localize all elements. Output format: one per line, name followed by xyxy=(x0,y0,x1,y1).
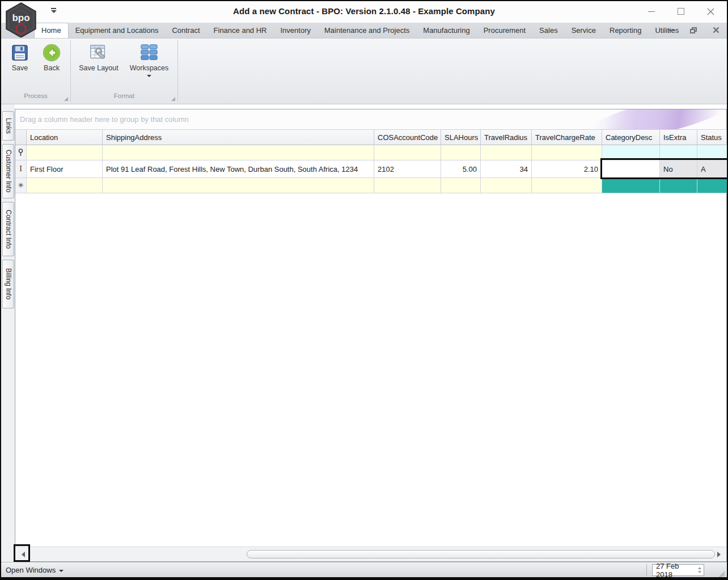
filter-cell-isextra[interactable] xyxy=(660,145,697,160)
ribbon-tab-reporting[interactable]: Reporting xyxy=(603,23,648,38)
decorative-swoosh xyxy=(556,109,726,130)
side-tab-links[interactable]: Links xyxy=(2,111,14,141)
minimize-button[interactable] xyxy=(645,6,658,17)
locations-grid: Drag a column header here to group by th… xyxy=(15,109,727,562)
column-header-cosaccountcode[interactable]: COSAccountCode xyxy=(374,130,441,145)
column-header-status[interactable]: Status xyxy=(697,130,727,145)
new-cell-location[interactable] xyxy=(27,178,103,193)
workspaces-button[interactable]: Workspaces xyxy=(124,41,174,77)
new-cell-shippingaddress[interactable] xyxy=(103,178,374,193)
date-value: 27 Feb 2018 xyxy=(653,562,696,579)
ribbon-group-process: Save Back Process xyxy=(1,39,70,104)
group-by-panel[interactable]: Drag a column header here to group by th… xyxy=(15,109,726,130)
cell-categorydesc[interactable] xyxy=(602,160,660,178)
horizontal-scrollbar[interactable] xyxy=(15,547,726,561)
ribbon-tab-service[interactable]: Service xyxy=(565,23,603,38)
back-button[interactable]: Back xyxy=(36,41,67,72)
cell-isextra[interactable]: No xyxy=(660,160,697,178)
spin-up-icon xyxy=(698,567,701,569)
filter-cell-slahours[interactable] xyxy=(441,145,481,160)
workspaces-dropdown-icon xyxy=(147,75,151,77)
ribbon-tab-procurement[interactable]: Procurement xyxy=(477,23,532,38)
new-cell-status[interactable] xyxy=(697,178,727,193)
ribbon-tab-home[interactable]: Home xyxy=(34,23,69,38)
column-header-categorydesc[interactable]: CategoryDesc xyxy=(602,130,660,145)
ibeam-icon: I xyxy=(19,164,22,173)
back-button-label: Back xyxy=(44,64,60,72)
side-tab-billing-info[interactable]: Billing Info xyxy=(2,260,14,308)
open-windows-label: Open Windows xyxy=(6,566,56,574)
filter-cell-shippingaddress[interactable] xyxy=(103,145,374,160)
new-cell-isextra[interactable] xyxy=(660,178,697,193)
workspaces-icon xyxy=(139,43,159,62)
save-button-label: Save xyxy=(12,64,28,72)
save-layout-icon xyxy=(89,43,108,62)
column-header-isextra[interactable]: IsExtra xyxy=(660,130,697,145)
ribbon-tab-sales[interactable]: Sales xyxy=(532,23,565,38)
asterisk-icon: ✳ xyxy=(18,181,23,189)
new-cell-travelchargerate[interactable] xyxy=(532,178,602,193)
scrollbar-thumb[interactable] xyxy=(247,550,715,558)
edit-row-indicator: I xyxy=(15,160,27,178)
format-group-launcher-icon[interactable] xyxy=(171,96,175,101)
grid-data-row: I First Floor Plot 91 Leaf Road, Forest … xyxy=(15,160,726,178)
side-tab-customer-info[interactable]: Customer Info xyxy=(2,144,14,198)
ribbon: Save Back Process xyxy=(1,39,727,104)
doc-minimize-button[interactable] xyxy=(666,26,676,35)
scroll-left-button[interactable] xyxy=(18,549,28,559)
open-windows-dropdown-icon xyxy=(59,570,64,572)
column-header-slahours[interactable]: SLAHours xyxy=(441,130,481,145)
cell-slahours[interactable]: 5.00 xyxy=(441,160,481,178)
new-cell-travelradius[interactable] xyxy=(481,178,532,193)
column-header-travelradius[interactable]: TravelRadius xyxy=(481,130,532,145)
scroll-left-arrow-icon xyxy=(22,552,25,557)
ribbon-tab-row: Home Equipment and Locations Contract Fi… xyxy=(1,23,727,39)
column-header-location[interactable]: Location xyxy=(27,130,103,145)
ribbon-tab-inventory[interactable]: Inventory xyxy=(274,23,318,38)
status-bar: Open Windows 27 Feb 2018 xyxy=(1,562,727,578)
side-tab-contract-info[interactable]: Contract Info xyxy=(2,202,14,256)
format-group-caption: Format xyxy=(71,92,177,102)
cell-travelradius[interactable]: 34 xyxy=(481,160,532,178)
cell-location[interactable]: First Floor xyxy=(27,160,103,178)
new-row-indicator: ✳ xyxy=(15,178,27,193)
maximize-button[interactable] xyxy=(675,6,687,17)
new-cell-cosaccountcode[interactable] xyxy=(374,178,441,193)
ribbon-tab-equipment-and-locations[interactable]: Equipment and Locations xyxy=(69,23,166,38)
filter-cell-travelradius[interactable] xyxy=(481,145,532,160)
window-title: Add a new Contract - BPO: Version 2.1.0.… xyxy=(1,6,727,16)
date-spinner[interactable] xyxy=(696,567,704,573)
new-cell-categorydesc[interactable] xyxy=(602,178,660,193)
ribbon-tab-finance-and-hr[interactable]: Finance and HR xyxy=(207,23,274,38)
spin-down-icon xyxy=(698,571,701,573)
side-tab-strip: Links Customer Info Contract Info Billin… xyxy=(1,104,15,562)
ribbon-tab-contract[interactable]: Contract xyxy=(165,23,206,38)
save-button[interactable]: Save xyxy=(5,41,35,72)
open-windows-button[interactable]: Open Windows xyxy=(6,566,64,574)
date-editor[interactable]: 27 Feb 2018 xyxy=(652,564,704,576)
save-layout-button[interactable]: Save Layout xyxy=(74,41,123,77)
process-group-launcher-icon[interactable] xyxy=(64,96,68,101)
new-cell-slahours[interactable] xyxy=(441,178,481,193)
filter-cell-categorydesc[interactable] xyxy=(602,145,660,160)
filter-cell-status[interactable] xyxy=(697,145,727,160)
resize-grip-icon[interactable] xyxy=(718,569,725,576)
filter-cell-cosaccountcode[interactable] xyxy=(374,145,441,160)
scroll-right-button[interactable] xyxy=(714,549,723,559)
ribbon-tab-manufacturing[interactable]: Manufacturing xyxy=(416,23,476,38)
column-header-shippingaddress[interactable]: ShippingAddress xyxy=(103,130,374,145)
cell-travelchargerate[interactable]: 2.10 xyxy=(532,160,602,178)
close-button[interactable] xyxy=(704,6,717,17)
filter-row-indicator xyxy=(15,145,27,160)
main-content: Links Customer Info Contract Info Billin… xyxy=(1,104,727,562)
logo-text: bpo xyxy=(12,12,29,23)
ribbon-tab-maintenance-and-projects[interactable]: Maintenance and Projects xyxy=(318,23,416,38)
doc-close-button[interactable] xyxy=(711,26,721,35)
doc-restore-button[interactable] xyxy=(688,26,699,35)
filter-cell-travelchargerate[interactable] xyxy=(532,145,602,160)
cell-status[interactable]: A xyxy=(697,160,727,178)
filter-cell-location[interactable] xyxy=(27,145,103,160)
column-header-travelchargerate[interactable]: TravelChargeRate xyxy=(532,130,602,145)
cell-cosaccountcode[interactable]: 2102 xyxy=(374,160,441,178)
cell-shippingaddress[interactable]: Plot 91 Leaf Road, Forest Hills, New Tow… xyxy=(103,160,374,178)
